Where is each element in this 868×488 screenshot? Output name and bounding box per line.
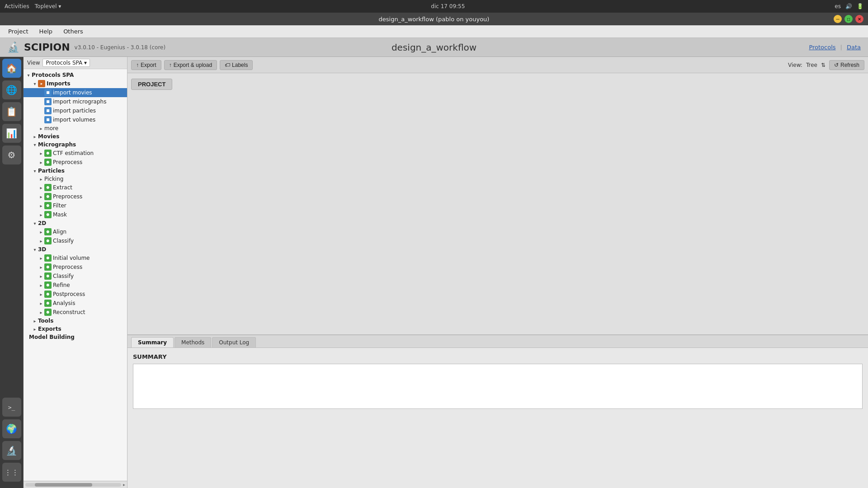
summary-heading: SUMMARY (133, 353, 863, 360)
tab-methods[interactable]: Methods (175, 337, 211, 347)
menu-help[interactable]: Help (34, 27, 57, 36)
tree-micrographs[interactable]: ▾ Micrographs (24, 141, 127, 149)
refresh-icon: ↺ (834, 62, 839, 68)
tree-imports[interactable]: ▾ ▸ Imports (24, 79, 127, 88)
tree-item-classify-2d[interactable]: ▸ ● Classify (24, 236, 127, 245)
scipion-logo-icon: 🔬 (7, 42, 19, 53)
tree-item-import-micrographs[interactable]: ■ import micrographs (24, 97, 127, 106)
protocol-panel: View Protocols SPA ▾ ▾ Protocols SPA ▾ ▸… (24, 57, 127, 488)
tree-item-mask[interactable]: ▸ ● Mask (24, 210, 127, 219)
tab-summary[interactable]: Summary (131, 337, 174, 347)
tree-item-import-volumes[interactable]: ■ import volumes (24, 115, 127, 124)
content-area: ↑ Export ↑ Export & upload 🏷 Labels View… (127, 57, 868, 488)
tree-item-filter[interactable]: ▸ ● Filter (24, 201, 127, 210)
tree-root[interactable]: ▾ Protocols SPA (24, 71, 127, 79)
network-icon[interactable]: 🌍 (2, 419, 21, 438)
tree-particles[interactable]: ▾ Particles (24, 167, 127, 175)
tree-item-extract[interactable]: ▸ ● Extract (24, 183, 127, 192)
bottom-content: SUMMARY (127, 348, 868, 488)
browser-icon[interactable]: 🌐 (2, 80, 21, 99)
labels-button[interactable]: 🏷 Labels (220, 60, 253, 70)
system-topbar: Activities Toplevel ▾ dic 17 09:55 es 🔊 … (0, 0, 868, 13)
title-bar: design_a_workflow (pablo on youyou) ─ □ … (0, 13, 868, 25)
home-icon[interactable]: 🏠 (2, 59, 21, 78)
tree-item-import-particles[interactable]: ■ import particles (24, 106, 127, 115)
export-upload-button[interactable]: ↑ Export & upload (164, 60, 217, 70)
tree-2d[interactable]: ▾ 2D (24, 219, 127, 227)
tree-item-initial-volume[interactable]: ▸ ● Initial volume (24, 253, 127, 263)
datetime-label: dic 17 09:55 (431, 3, 465, 9)
tree-scrollbar[interactable]: ▸ (24, 481, 127, 488)
tree-item-preprocess-3d[interactable]: ▸ ● Preprocess (24, 263, 127, 272)
sidebar-icons: 🏠 🌐 📋 📊 ⚙ >_ 🌍 🔬 ⋮⋮ (0, 57, 24, 488)
tree-item-preprocess-part[interactable]: ▸ ● Preprocess (24, 192, 127, 201)
menu-bar: Project Help Others (0, 25, 868, 38)
tree-item-import-movies[interactable]: ■ import movies (24, 88, 127, 97)
tab-output-log[interactable]: Output Log (212, 337, 256, 347)
close-button[interactable]: ✕ (855, 15, 863, 23)
tree-item-reconstruct[interactable]: ▸ ● Reconstruct (24, 308, 127, 317)
project-button[interactable]: PROJECT (131, 79, 172, 90)
tree-3d[interactable]: ▾ 3D (24, 245, 127, 253)
files-icon[interactable]: 📋 (2, 102, 21, 121)
tree-tools[interactable]: ▸ Tools (24, 317, 127, 325)
settings-icon[interactable]: ⚙ (2, 145, 21, 164)
upload-icon: ↑ (169, 62, 172, 68)
tree-item-ctf[interactable]: ▸ ● CTF estimation (24, 149, 127, 158)
export-icon: ↑ (136, 62, 139, 68)
tree-movies[interactable]: ▸ Movies (24, 132, 127, 141)
labels-icon: 🏷 (225, 62, 230, 68)
export-button[interactable]: ↑ Export (131, 60, 161, 70)
battery-icon: 🔋 (857, 3, 863, 9)
lang-label: es (835, 3, 841, 9)
workflow-canvas: PROJECT (127, 73, 868, 334)
tree-model-building[interactable]: Model Building (24, 333, 127, 341)
tree-item-postprocess[interactable]: ▸ ● Postprocess (24, 290, 127, 299)
table-icon[interactable]: 📊 (2, 124, 21, 143)
toplevel-menu[interactable]: Toplevel ▾ (35, 3, 61, 9)
view-label: View (27, 60, 40, 66)
refresh-button[interactable]: ↺ Refresh (829, 60, 864, 70)
view-type[interactable]: Tree (806, 62, 817, 68)
view-label: View: (788, 62, 802, 68)
view-selector[interactable]: Protocols SPA ▾ (42, 59, 90, 67)
toolbar: ↑ Export ↑ Export & upload 🏷 Labels View… (127, 57, 868, 73)
tree-exports[interactable]: ▸ Exports (24, 325, 127, 333)
tree-item-align-2d[interactable]: ▸ ● Align (24, 227, 127, 236)
apps-icon[interactable]: ⋮⋮ (2, 463, 21, 482)
scipion-side-icon[interactable]: 🔬 (2, 441, 21, 460)
bottom-tabs: Summary Methods Output Log (127, 335, 868, 348)
summary-box (133, 364, 863, 409)
menu-project[interactable]: Project (4, 27, 33, 36)
tree-item-refine[interactable]: ▸ ● Refine (24, 281, 127, 290)
tree-item-more[interactable]: ▸ more (24, 124, 127, 132)
data-link[interactable]: Data (847, 44, 861, 51)
tree-item-picking[interactable]: ▸ Picking (24, 175, 127, 183)
protocol-tree: ▾ Protocols SPA ▾ ▸ Imports ■ import mov… (24, 69, 127, 481)
project-name: design_a_workflow (392, 42, 476, 53)
menu-others[interactable]: Others (59, 27, 88, 36)
tree-item-classify-3d[interactable]: ▸ ● Classify (24, 272, 127, 281)
window-title: design_a_workflow (pablo on youyou) (379, 16, 490, 23)
maximize-button[interactable]: □ (844, 15, 853, 23)
minimize-button[interactable]: ─ (834, 15, 842, 23)
protocols-link[interactable]: Protocols (809, 44, 835, 51)
terminal-icon[interactable]: >_ (2, 398, 21, 417)
tree-item-analysis[interactable]: ▸ ● Analysis (24, 299, 127, 308)
bottom-panel: Summary Methods Output Log SUMMARY (127, 334, 868, 488)
app-version: v3.0.10 - Eugenius - 3.0.18 (core) (75, 44, 166, 51)
volume-icon[interactable]: 🔊 (845, 3, 852, 9)
tree-item-preprocess-micro[interactable]: ▸ ● Preprocess (24, 158, 127, 167)
app-name: SCIPION (24, 42, 70, 53)
activities-label[interactable]: Activities (5, 3, 29, 9)
sort-icon[interactable]: ⇅ (821, 62, 826, 68)
